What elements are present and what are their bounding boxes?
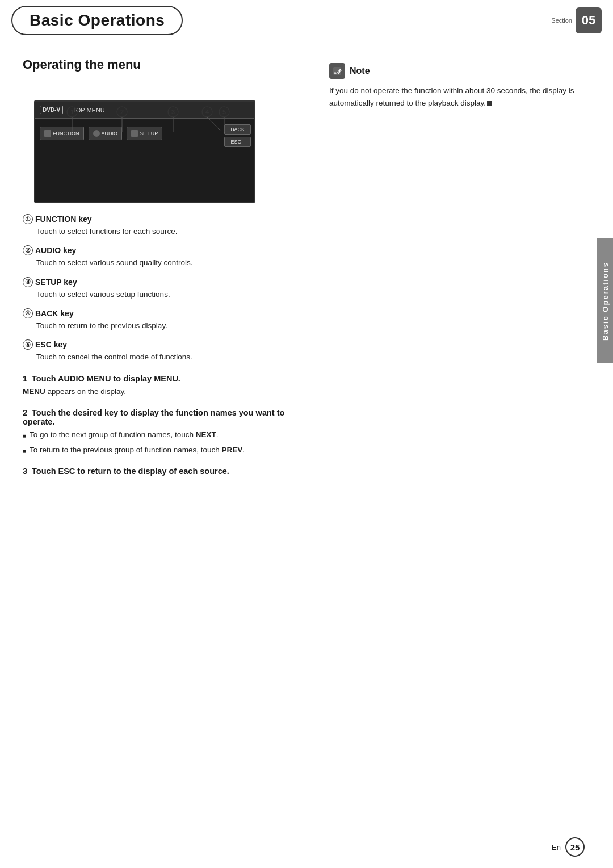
note-title: Note: [350, 66, 370, 76]
section-number: 05: [576, 7, 602, 33]
bullet-next: ■ To go to the next group of function na…: [23, 429, 306, 441]
note-header: 𝒩 Note: [329, 63, 590, 79]
callout-num-4: ④: [23, 308, 33, 318]
callout-num-2: ②: [23, 245, 33, 255]
key-item-setup: ③ SETUP key Touch to select various setu…: [23, 277, 306, 300]
main-content: Operating the menu 1 2 3 4: [0, 40, 613, 503]
steps-section: 1Touch AUDIO MENU to display MENU. MENU …: [23, 374, 306, 476]
function-button: FUNCTION: [40, 127, 84, 140]
section-heading: Operating the menu: [23, 57, 306, 72]
step-1-body: MENU appears on the display.: [23, 386, 306, 398]
key-item-function: ① FUNCTION key Touch to select functions…: [23, 214, 306, 237]
step-2-body: ■ To go to the next group of function na…: [23, 429, 306, 456]
key-desc-esc: Touch to cancel the control mode of func…: [36, 351, 306, 363]
key-title-back: ④ BACK key: [23, 308, 306, 318]
callout-num-3: ③: [23, 277, 33, 287]
page-title: Basic Operations: [11, 6, 183, 35]
key-title-esc: ⑤ ESC key: [23, 339, 306, 350]
page-number: 25: [565, 837, 585, 857]
top-header-bar: Basic Operations Section 05: [0, 0, 613, 40]
back-button: BACK: [224, 124, 251, 135]
sidebar-tab-label: Basic Operations: [601, 262, 610, 341]
esc-button: ESC: [224, 137, 251, 147]
section-label: Section: [551, 17, 572, 24]
key-item-audio: ② AUDIO key Touch to select various soun…: [23, 245, 306, 269]
step-1-title: 1Touch AUDIO MENU to display MENU.: [23, 374, 306, 383]
key-list: ① FUNCTION key Touch to select functions…: [23, 214, 306, 363]
bottom-bar: En 25: [552, 837, 585, 857]
step-1: 1Touch AUDIO MENU to display MENU. MENU …: [23, 374, 306, 398]
language-label: En: [552, 843, 561, 852]
step-2: 2Touch the desired key to display the fu…: [23, 408, 306, 456]
callout-num-1: ①: [23, 214, 33, 224]
bullet-prev: ■ To return to the previous group of fun…: [23, 445, 306, 456]
key-item-back: ④ BACK key Touch to return to the previo…: [23, 308, 306, 332]
dvd-label: DVD-V: [40, 106, 63, 114]
top-menu-label: TOP MENU: [72, 107, 105, 114]
section-block: Section 05: [551, 7, 602, 33]
key-desc-back: Touch to return to the previous display.: [36, 320, 306, 332]
left-column: Operating the menu 1 2 3 4: [23, 57, 306, 486]
key-title-audio: ② AUDIO key: [23, 245, 306, 255]
step-3: 3Touch ESC to return to the display of e…: [23, 467, 306, 476]
note-box: 𝒩 Note If you do not operate the functio…: [329, 63, 590, 109]
setup-button: SET UP: [127, 127, 162, 140]
step-3-title: 3Touch ESC to return to the display of e…: [23, 467, 306, 476]
note-icon: 𝒩: [329, 63, 345, 79]
key-title-function: ① FUNCTION key: [23, 214, 306, 224]
audio-button: AUDIO: [89, 127, 123, 140]
note-text: If you do not operate the function withi…: [329, 85, 590, 109]
right-column: 𝒩 Note If you do not operate the functio…: [329, 57, 590, 486]
key-title-setup: ③ SETUP key: [23, 277, 306, 287]
key-item-esc: ⑤ ESC key Touch to cancel the control mo…: [23, 339, 306, 363]
sidebar-tab: Basic Operations: [597, 238, 613, 363]
key-desc-audio: Touch to select various sound quality co…: [36, 257, 306, 269]
key-desc-setup: Touch to select various setup functions.: [36, 289, 306, 300]
step-2-title: 2Touch the desired key to display the fu…: [23, 408, 306, 426]
callout-num-5: ⑤: [23, 339, 33, 350]
key-desc-function: Touch to select functions for each sourc…: [36, 226, 306, 237]
